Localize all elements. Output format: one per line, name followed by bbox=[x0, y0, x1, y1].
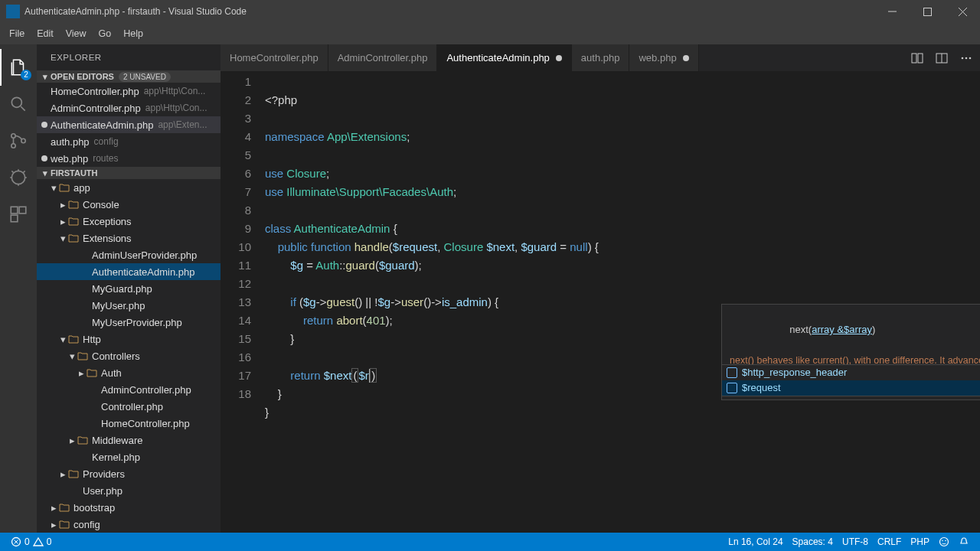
menu-view[interactable]: View bbox=[60, 23, 93, 44]
open-editor-item[interactable]: AuthenticateAdmin.phpapp\Exten... bbox=[37, 116, 220, 133]
open-editor-item[interactable]: AdminController.phpapp\Http\Con... bbox=[37, 99, 220, 116]
minimize-button[interactable] bbox=[874, 0, 910, 23]
title-bar: AuthenticateAdmin.php - firstauth - Visu… bbox=[0, 0, 980, 23]
line-number: 13 bbox=[220, 293, 251, 311]
tree-folder[interactable]: ▸Providers bbox=[37, 465, 220, 482]
tree-file[interactable]: AuthenticateAdmin.php bbox=[37, 263, 220, 280]
tree-folder[interactable]: ▸bootstrap bbox=[37, 499, 220, 516]
editor-tab[interactable]: HomeController.php bbox=[220, 44, 328, 71]
chevron-icon: ▸ bbox=[49, 519, 58, 530]
open-editor-item[interactable]: web.phproutes bbox=[37, 150, 220, 167]
activity-debug[interactable] bbox=[0, 159, 37, 196]
activity-search[interactable] bbox=[0, 86, 37, 122]
tree-folder[interactable]: ▾Http bbox=[37, 331, 220, 347]
tree-file[interactable]: AdminUserProvider.php bbox=[37, 246, 220, 263]
suggestion-item[interactable]: $request bbox=[722, 380, 980, 396]
tree-item-label: Http bbox=[83, 334, 101, 345]
status-encoding[interactable]: UTF-8 bbox=[838, 533, 873, 551]
tree-item-label: Exceptions bbox=[83, 216, 132, 227]
svg-point-17 bbox=[940, 538, 949, 546]
folder-icon bbox=[86, 367, 98, 379]
status-bar: 0 0 Ln 16, Col 24 Spaces: 4 UTF-8 CRLF P… bbox=[0, 533, 980, 551]
tree-folder[interactable]: ▸Exceptions bbox=[37, 213, 220, 230]
tree-file[interactable]: Controller.php bbox=[37, 398, 220, 415]
menu-file[interactable]: File bbox=[3, 23, 31, 44]
project-header[interactable]: ▾ FIRSTAUTH bbox=[37, 167, 220, 179]
editor-tab[interactable]: AuthenticateAdmin.php bbox=[437, 44, 571, 71]
scrollbar-vertical[interactable] bbox=[971, 71, 980, 533]
code-area[interactable]: <?php namespace App\Extensions; use Clos… bbox=[265, 71, 960, 533]
tree-file[interactable]: MyUserProvider.php bbox=[37, 314, 220, 331]
menu-bar: File Edit View Go Help bbox=[0, 23, 980, 44]
tree-item-label: Kernel.php bbox=[92, 452, 140, 463]
status-notifications[interactable] bbox=[954, 533, 974, 551]
open-editors-header[interactable]: ▾ OPEN EDITORS 2 UNSAVED bbox=[37, 70, 220, 83]
line-number: 5 bbox=[220, 146, 251, 165]
menu-help[interactable]: Help bbox=[117, 23, 149, 44]
tree-folder[interactable]: ▾Extensions bbox=[37, 230, 220, 246]
app-icon bbox=[6, 5, 20, 18]
status-cursor-position[interactable]: Ln 16, Col 24 bbox=[724, 533, 787, 551]
more-actions-icon[interactable] bbox=[957, 49, 975, 67]
activity-scm[interactable] bbox=[0, 122, 37, 159]
maximize-button[interactable] bbox=[910, 0, 945, 23]
tree-folder[interactable]: ▸Middleware bbox=[37, 432, 220, 448]
editor-tab[interactable]: auth.php bbox=[572, 44, 630, 71]
status-problems[interactable]: 0 0 bbox=[6, 533, 56, 551]
folder-icon bbox=[67, 333, 80, 345]
activity-explorer[interactable]: 2 bbox=[0, 49, 37, 86]
menu-edit[interactable]: Edit bbox=[31, 23, 60, 44]
folder-icon bbox=[58, 181, 70, 194]
variable-icon bbox=[727, 383, 737, 393]
explorer-sidebar: EXPLORER ▾ OPEN EDITORS 2 UNSAVED HomeCo… bbox=[37, 44, 220, 533]
activity-extensions[interactable] bbox=[0, 196, 37, 233]
line-number: 2 bbox=[220, 91, 251, 109]
chevron-icon: ▸ bbox=[58, 216, 67, 227]
tree-file[interactable]: HomeController.php bbox=[37, 415, 220, 432]
editor-tab[interactable]: AdminController.php bbox=[328, 44, 438, 71]
tree-file[interactable]: Kernel.php bbox=[37, 448, 220, 465]
open-editor-item[interactable]: HomeController.phpapp\Http\Con... bbox=[37, 83, 220, 99]
open-editor-item[interactable]: auth.phpconfig bbox=[37, 133, 220, 150]
chevron-down-icon: ▾ bbox=[40, 72, 51, 82]
tree-item-label: AuthenticateAdmin.php bbox=[92, 266, 194, 278]
tree-item-label: Extensions bbox=[83, 233, 132, 244]
php-file-icon bbox=[77, 451, 89, 463]
tree-folder[interactable]: ▾app bbox=[37, 179, 220, 196]
tab-label: AdminController.php bbox=[338, 52, 428, 64]
split-editor-icon[interactable] bbox=[933, 49, 951, 67]
tree-folder[interactable]: ▸Auth bbox=[37, 364, 220, 381]
tree-folder[interactable]: ▸config bbox=[37, 516, 220, 533]
folder-icon bbox=[67, 198, 80, 210]
suggestion-list[interactable]: $http_response_header$request bbox=[721, 364, 980, 396]
tab-label: auth.php bbox=[581, 52, 620, 64]
chevron-icon: ▸ bbox=[58, 468, 67, 480]
unsaved-badge: 2 UNSAVED bbox=[119, 72, 171, 82]
line-number: 7 bbox=[220, 183, 251, 201]
folder-icon bbox=[58, 518, 70, 530]
status-eol[interactable]: CRLF bbox=[873, 533, 906, 551]
status-indent[interactable]: Spaces: 4 bbox=[788, 533, 838, 551]
close-button[interactable] bbox=[945, 0, 980, 23]
menu-go[interactable]: Go bbox=[93, 23, 118, 44]
dirty-indicator-icon bbox=[556, 55, 562, 61]
minimap[interactable] bbox=[960, 71, 971, 533]
chevron-icon: ▾ bbox=[49, 182, 58, 194]
tree-folder[interactable]: ▾Controllers bbox=[37, 347, 220, 364]
tree-item-label: User.php bbox=[83, 485, 122, 497]
status-feedback[interactable] bbox=[934, 533, 954, 551]
editor-tab[interactable]: web.php bbox=[629, 44, 698, 71]
svg-point-14 bbox=[965, 57, 968, 59]
tree-folder[interactable]: ▸Console bbox=[37, 196, 220, 213]
compare-changes-icon[interactable] bbox=[908, 49, 926, 67]
tree-file[interactable]: User.php bbox=[37, 482, 220, 499]
dirty-indicator-icon bbox=[41, 122, 47, 128]
tree-file[interactable]: MyUser.php bbox=[37, 297, 220, 314]
tree-file[interactable]: AdminController.php bbox=[37, 381, 220, 398]
tree-item-label: Auth bbox=[101, 367, 122, 379]
open-editor-path: app\Http\Con... bbox=[144, 86, 206, 96]
tree-file[interactable]: MyGuard.php bbox=[37, 280, 220, 297]
open-editor-path: config bbox=[94, 136, 119, 147]
status-language[interactable]: PHP bbox=[906, 533, 934, 551]
suggestion-item[interactable]: $http_response_header bbox=[722, 365, 980, 380]
